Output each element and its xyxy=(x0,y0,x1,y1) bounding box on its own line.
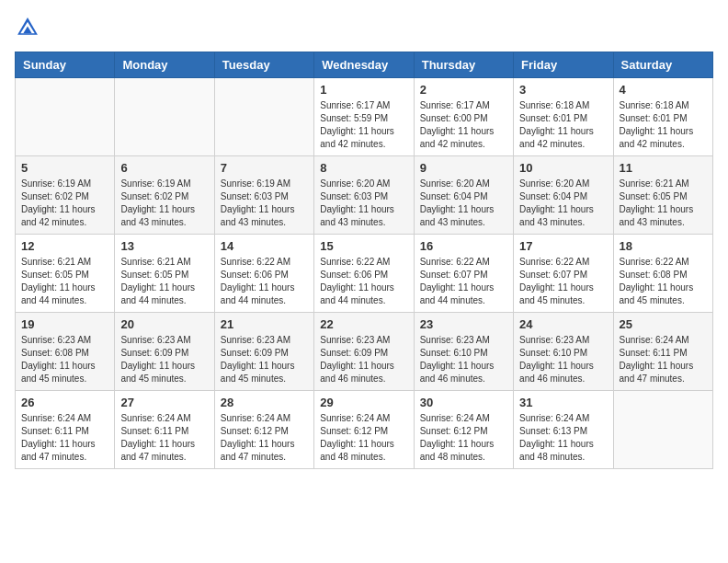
weekday-header-saturday: Saturday xyxy=(613,52,712,78)
calendar-cell: 31Sunrise: 6:24 AM Sunset: 6:13 PM Dayli… xyxy=(514,391,613,469)
day-info: Sunrise: 6:19 AM Sunset: 6:02 PM Dayligh… xyxy=(21,178,108,229)
calendar-cell: 4Sunrise: 6:18 AM Sunset: 6:01 PM Daylig… xyxy=(613,78,712,156)
weekday-header-thursday: Thursday xyxy=(414,52,513,78)
day-info: Sunrise: 6:22 AM Sunset: 6:06 PM Dayligh… xyxy=(320,256,407,307)
calendar-cell: 30Sunrise: 6:24 AM Sunset: 6:12 PM Dayli… xyxy=(414,391,513,469)
day-info: Sunrise: 6:18 AM Sunset: 6:01 PM Dayligh… xyxy=(620,99,707,151)
day-number: 5 xyxy=(21,161,108,175)
day-number: 4 xyxy=(620,83,707,97)
day-info: Sunrise: 6:20 AM Sunset: 6:04 PM Dayligh… xyxy=(519,178,607,229)
day-number: 29 xyxy=(320,396,407,409)
day-info: Sunrise: 6:22 AM Sunset: 6:07 PM Dayligh… xyxy=(519,256,607,307)
day-number: 27 xyxy=(120,396,208,409)
day-number: 19 xyxy=(21,317,108,331)
day-number: 25 xyxy=(620,317,707,331)
calendar-week-row: 1Sunrise: 6:17 AM Sunset: 5:59 PM Daylig… xyxy=(16,78,713,156)
calendar-cell: 6Sunrise: 6:19 AM Sunset: 6:02 PM Daylig… xyxy=(115,156,214,235)
weekday-header-sunday: Sunday xyxy=(16,52,115,78)
day-number: 22 xyxy=(320,317,407,331)
day-number: 17 xyxy=(519,239,607,253)
calendar-cell xyxy=(16,78,115,156)
day-number: 3 xyxy=(519,83,607,97)
calendar-cell: 20Sunrise: 6:23 AM Sunset: 6:09 PM Dayli… xyxy=(115,313,214,391)
day-info: Sunrise: 6:17 AM Sunset: 5:59 PM Dayligh… xyxy=(320,99,407,151)
weekday-header-row: SundayMondayTuesdayWednesdayThursdayFrid… xyxy=(16,52,713,78)
day-info: Sunrise: 6:19 AM Sunset: 6:03 PM Dayligh… xyxy=(221,178,308,229)
day-number: 28 xyxy=(221,396,308,409)
calendar-week-row: 26Sunrise: 6:24 AM Sunset: 6:11 PM Dayli… xyxy=(16,391,713,469)
day-info: Sunrise: 6:24 AM Sunset: 6:12 PM Dayligh… xyxy=(320,412,407,464)
calendar-cell: 10Sunrise: 6:20 AM Sunset: 6:04 PM Dayli… xyxy=(514,156,613,235)
day-info: Sunrise: 6:23 AM Sunset: 6:09 PM Dayligh… xyxy=(120,334,208,385)
calendar-cell xyxy=(613,391,712,469)
calendar-cell: 28Sunrise: 6:24 AM Sunset: 6:12 PM Dayli… xyxy=(214,391,313,469)
calendar-cell: 22Sunrise: 6:23 AM Sunset: 6:09 PM Dayli… xyxy=(314,313,414,391)
calendar-cell: 25Sunrise: 6:24 AM Sunset: 6:11 PM Dayli… xyxy=(613,313,712,391)
day-info: Sunrise: 6:22 AM Sunset: 6:07 PM Dayligh… xyxy=(420,256,507,307)
day-info: Sunrise: 6:23 AM Sunset: 6:10 PM Dayligh… xyxy=(420,334,507,385)
day-info: Sunrise: 6:17 AM Sunset: 6:00 PM Dayligh… xyxy=(420,99,507,151)
day-number: 18 xyxy=(620,239,707,253)
day-info: Sunrise: 6:23 AM Sunset: 6:08 PM Dayligh… xyxy=(21,334,108,385)
day-number: 31 xyxy=(519,396,607,409)
calendar-cell: 14Sunrise: 6:22 AM Sunset: 6:06 PM Dayli… xyxy=(214,235,313,313)
calendar-table: SundayMondayTuesdayWednesdayThursdayFrid… xyxy=(15,52,713,469)
calendar-cell: 13Sunrise: 6:21 AM Sunset: 6:05 PM Dayli… xyxy=(115,235,214,313)
day-info: Sunrise: 6:21 AM Sunset: 6:05 PM Dayligh… xyxy=(620,178,707,229)
calendar-cell: 7Sunrise: 6:19 AM Sunset: 6:03 PM Daylig… xyxy=(214,156,313,235)
calendar-week-row: 19Sunrise: 6:23 AM Sunset: 6:08 PM Dayli… xyxy=(16,313,713,391)
day-number: 7 xyxy=(221,161,308,175)
day-info: Sunrise: 6:23 AM Sunset: 6:10 PM Dayligh… xyxy=(519,334,607,385)
day-number: 12 xyxy=(21,239,108,253)
day-info: Sunrise: 6:23 AM Sunset: 6:09 PM Dayligh… xyxy=(320,334,407,385)
day-number: 14 xyxy=(221,239,308,253)
calendar-cell: 29Sunrise: 6:24 AM Sunset: 6:12 PM Dayli… xyxy=(314,391,414,469)
day-number: 26 xyxy=(21,396,108,409)
day-info: Sunrise: 6:22 AM Sunset: 6:08 PM Dayligh… xyxy=(620,256,707,307)
day-number: 13 xyxy=(120,239,208,253)
weekday-header-tuesday: Tuesday xyxy=(214,52,313,78)
day-number: 24 xyxy=(519,317,607,331)
calendar-cell: 17Sunrise: 6:22 AM Sunset: 6:07 PM Dayli… xyxy=(514,235,613,313)
day-number: 20 xyxy=(120,317,208,331)
calendar-cell: 23Sunrise: 6:23 AM Sunset: 6:10 PM Dayli… xyxy=(414,313,513,391)
weekday-header-monday: Monday xyxy=(115,52,214,78)
day-number: 30 xyxy=(420,396,507,409)
calendar-cell: 2Sunrise: 6:17 AM Sunset: 6:00 PM Daylig… xyxy=(414,78,513,156)
day-info: Sunrise: 6:21 AM Sunset: 6:05 PM Dayligh… xyxy=(21,256,108,307)
day-info: Sunrise: 6:24 AM Sunset: 6:12 PM Dayligh… xyxy=(420,412,507,464)
calendar-cell: 1Sunrise: 6:17 AM Sunset: 5:59 PM Daylig… xyxy=(314,78,414,156)
day-info: Sunrise: 6:24 AM Sunset: 6:11 PM Dayligh… xyxy=(21,412,108,464)
weekday-header-friday: Friday xyxy=(514,52,613,78)
day-info: Sunrise: 6:24 AM Sunset: 6:11 PM Dayligh… xyxy=(620,334,707,385)
calendar-cell: 8Sunrise: 6:20 AM Sunset: 6:03 PM Daylig… xyxy=(314,156,414,235)
calendar-cell: 19Sunrise: 6:23 AM Sunset: 6:08 PM Dayli… xyxy=(16,313,115,391)
calendar-cell: 9Sunrise: 6:20 AM Sunset: 6:04 PM Daylig… xyxy=(414,156,513,235)
day-number: 10 xyxy=(519,161,607,175)
calendar-week-row: 12Sunrise: 6:21 AM Sunset: 6:05 PM Dayli… xyxy=(16,235,713,313)
calendar-cell: 18Sunrise: 6:22 AM Sunset: 6:08 PM Dayli… xyxy=(613,235,712,313)
day-info: Sunrise: 6:24 AM Sunset: 6:12 PM Dayligh… xyxy=(221,412,308,464)
day-number: 6 xyxy=(120,161,208,175)
page-container: SundayMondayTuesdayWednesdayThursdayFrid… xyxy=(0,0,728,480)
calendar-cell: 12Sunrise: 6:21 AM Sunset: 6:05 PM Dayli… xyxy=(16,235,115,313)
calendar-week-row: 5Sunrise: 6:19 AM Sunset: 6:02 PM Daylig… xyxy=(16,156,713,235)
calendar-cell: 5Sunrise: 6:19 AM Sunset: 6:02 PM Daylig… xyxy=(16,156,115,235)
calendar-cell: 3Sunrise: 6:18 AM Sunset: 6:01 PM Daylig… xyxy=(514,78,613,156)
day-info: Sunrise: 6:20 AM Sunset: 6:04 PM Dayligh… xyxy=(420,178,507,229)
calendar-cell: 24Sunrise: 6:23 AM Sunset: 6:10 PM Dayli… xyxy=(514,313,613,391)
logo-icon xyxy=(15,15,40,40)
day-number: 2 xyxy=(420,83,507,97)
logo xyxy=(15,15,44,40)
calendar-cell: 11Sunrise: 6:21 AM Sunset: 6:05 PM Dayli… xyxy=(613,156,712,235)
calendar-cell xyxy=(214,78,313,156)
day-number: 9 xyxy=(420,161,507,175)
day-number: 15 xyxy=(320,239,407,253)
day-info: Sunrise: 6:19 AM Sunset: 6:02 PM Dayligh… xyxy=(120,178,208,229)
page-header xyxy=(15,15,713,40)
day-number: 23 xyxy=(420,317,507,331)
calendar-cell: 21Sunrise: 6:23 AM Sunset: 6:09 PM Dayli… xyxy=(214,313,313,391)
calendar-cell: 26Sunrise: 6:24 AM Sunset: 6:11 PM Dayli… xyxy=(16,391,115,469)
day-number: 11 xyxy=(620,161,707,175)
day-number: 8 xyxy=(320,161,407,175)
